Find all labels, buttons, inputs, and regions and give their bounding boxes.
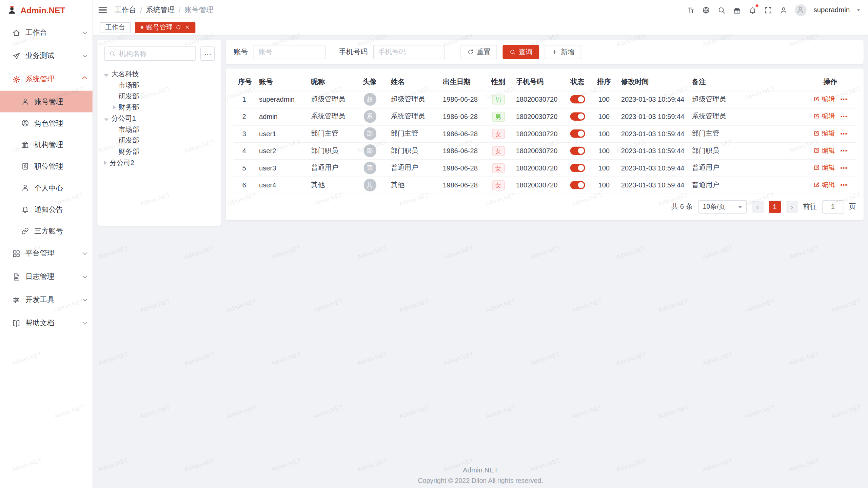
row-more-button[interactable]: ⋯ (840, 95, 848, 103)
row-more-button[interactable]: ⋯ (840, 112, 848, 120)
notification-bell-icon[interactable] (748, 6, 756, 14)
status-toggle[interactable] (570, 147, 585, 155)
cell-order: 100 (591, 142, 617, 160)
fullscreen-icon[interactable] (764, 6, 772, 14)
cell-modified-time: 2023-01-03 10:59:44 (617, 159, 688, 177)
column-header: 头像 (353, 74, 387, 91)
sidebar-item-log-management[interactable]: 日志管理 (0, 265, 93, 288)
status-toggle[interactable] (570, 164, 585, 172)
tabs-bar: 工作台账号管理 (93, 20, 868, 36)
page-number-1[interactable]: 1 (769, 201, 781, 213)
tree-node[interactable]: 大名科技 (104, 68, 215, 80)
tree-node[interactable]: 财务部 (104, 146, 215, 157)
row-more-button[interactable]: ⋯ (840, 181, 848, 189)
column-header: 操作 (805, 74, 856, 91)
breadcrumb-item[interactable]: 工作台 (115, 5, 136, 15)
search-icon[interactable] (717, 6, 725, 14)
gear-icon (12, 75, 20, 83)
avatar[interactable] (795, 4, 806, 16)
org-more-button[interactable]: ⋯ (200, 46, 215, 61)
phone-label: 手机号码 (339, 47, 368, 57)
phone-input[interactable] (373, 45, 445, 59)
tree-caret-icon[interactable] (113, 105, 116, 109)
tree-node[interactable]: 分公司1 (104, 113, 215, 124)
next-page-button[interactable]: › (786, 201, 798, 213)
row-more-button[interactable]: ⋯ (840, 164, 848, 172)
sidebar-item-notice-announcement[interactable]: 通知公告 (0, 199, 93, 220)
sidebar-item-org-management[interactable]: 机构管理 (0, 134, 93, 156)
cell-account: admin (255, 108, 307, 125)
sidebar-item-role-management[interactable]: 角色管理 (0, 112, 93, 134)
edit-button[interactable]: 编辑 (813, 111, 835, 121)
edit-button[interactable]: 编辑 (813, 180, 835, 190)
tree-node-label: 市场部 (118, 81, 139, 90)
cell-status (564, 177, 591, 194)
edit-button[interactable]: 编辑 (813, 129, 835, 138)
tree-caret-icon[interactable] (104, 74, 108, 77)
add-button[interactable]: 新增 (545, 45, 581, 59)
cell-gender: 女 (485, 159, 511, 177)
tree-node[interactable]: 研发部 (104, 91, 215, 102)
status-toggle[interactable] (570, 129, 585, 138)
sidebar-item-system-management[interactable]: 系统管理 (0, 67, 93, 91)
page-size-select[interactable]: 10条/页 (698, 200, 747, 213)
tree-node[interactable]: 分公司2 (104, 157, 215, 168)
query-button[interactable]: 查询 (502, 45, 539, 59)
goto-page-input[interactable] (822, 200, 844, 213)
sidebar-item-workbench[interactable]: 工作台 (0, 21, 93, 44)
tree-node[interactable]: 市场部 (104, 124, 215, 135)
cell-modified-time: 2023-01-03 10:59:44 (617, 142, 688, 160)
prev-page-button[interactable]: ‹ (751, 201, 764, 213)
theme-icon[interactable] (733, 6, 741, 14)
cell-modified-time: 2023-01-03 10:59:44 (617, 177, 688, 194)
user-table: 序号账号昵称头像姓名出生日期性别手机号码状态排序修改时间备注操作 1supera… (234, 74, 856, 194)
tree-node-label: 分公司2 (110, 158, 134, 167)
status-toggle[interactable] (570, 95, 585, 103)
sidebar-item-platform-management[interactable]: 平台管理 (0, 242, 93, 265)
tree-node-label: 研发部 (118, 136, 139, 145)
font-size-icon[interactable] (686, 6, 694, 14)
logo[interactable]: Admin.NET (0, 0, 93, 20)
language-icon[interactable] (702, 6, 710, 14)
breadcrumb-item[interactable]: 系统管理 (146, 5, 175, 15)
row-more-button[interactable]: ⋯ (840, 129, 848, 138)
tab-account-management[interactable]: 账号管理 (135, 22, 195, 33)
cell-name: 普通用户 (387, 159, 438, 177)
sidebar-item-personal-center[interactable]: 个人中心 (0, 177, 93, 199)
sidebar-item-account-management[interactable]: 账号管理 (0, 91, 93, 113)
cell-remark: 系统管理员 (688, 108, 805, 125)
user-settings-icon[interactable] (779, 6, 787, 14)
tab-workbench[interactable]: 工作台 (100, 22, 131, 33)
tree-caret-placeholder (113, 127, 116, 132)
edit-button[interactable]: 编辑 (813, 95, 835, 104)
tree-caret-icon[interactable] (104, 118, 108, 121)
account-input[interactable] (254, 45, 326, 59)
tree-node[interactable]: 财务部 (104, 102, 215, 113)
status-toggle[interactable] (570, 181, 585, 189)
tree-node[interactable]: 研发部 (104, 135, 215, 146)
row-actions: 编辑⋯ (813, 180, 848, 190)
user-icon (21, 97, 29, 105)
tab-refresh-icon[interactable] (176, 24, 181, 30)
reset-button[interactable]: 重置 (460, 45, 497, 59)
org-search-input[interactable] (119, 50, 191, 58)
gender-badge: 女 (492, 129, 505, 139)
sidebar-item-third-party-account[interactable]: 三方账号 (0, 220, 93, 242)
menu-collapse-icon[interactable] (99, 7, 107, 13)
edit-button[interactable]: 编辑 (813, 146, 835, 156)
sidebar-item-position-management[interactable]: 职位管理 (0, 156, 93, 177)
tree-node[interactable]: 市场部 (104, 80, 215, 91)
sidebar-item-help-docs[interactable]: 帮助文档 (0, 311, 93, 335)
cell-index: 2 (234, 108, 255, 125)
column-header: 状态 (564, 74, 591, 91)
cell-avatar: 部 (353, 142, 387, 160)
row-more-button[interactable]: ⋯ (840, 146, 848, 155)
tab-close-icon[interactable] (184, 24, 190, 30)
sidebar-item-business-test[interactable]: 业务测试 (0, 44, 93, 68)
grid-icon (12, 249, 20, 258)
username[interactable]: superadmin (813, 6, 850, 14)
edit-button[interactable]: 编辑 (813, 163, 835, 172)
tree-caret-icon[interactable] (104, 160, 107, 165)
sidebar-item-dev-tools[interactable]: 开发工具 (0, 288, 93, 312)
status-toggle[interactable] (570, 113, 585, 121)
